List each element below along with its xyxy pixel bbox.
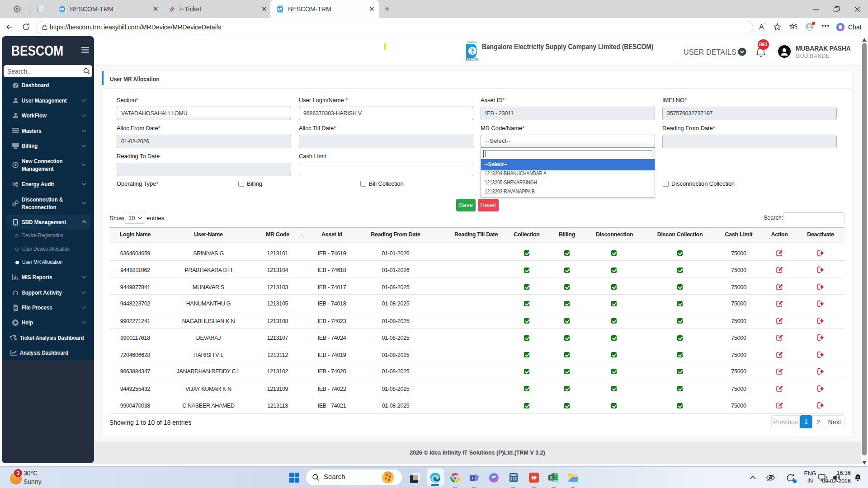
svg-text:X: X — [550, 475, 553, 480]
svg-text:BESCOM: BESCOM — [466, 58, 479, 61]
svg-text:T: T — [472, 476, 474, 480]
svg-text:ಕಮವಌಂ: ಕಮವಌಂ — [467, 41, 477, 43]
